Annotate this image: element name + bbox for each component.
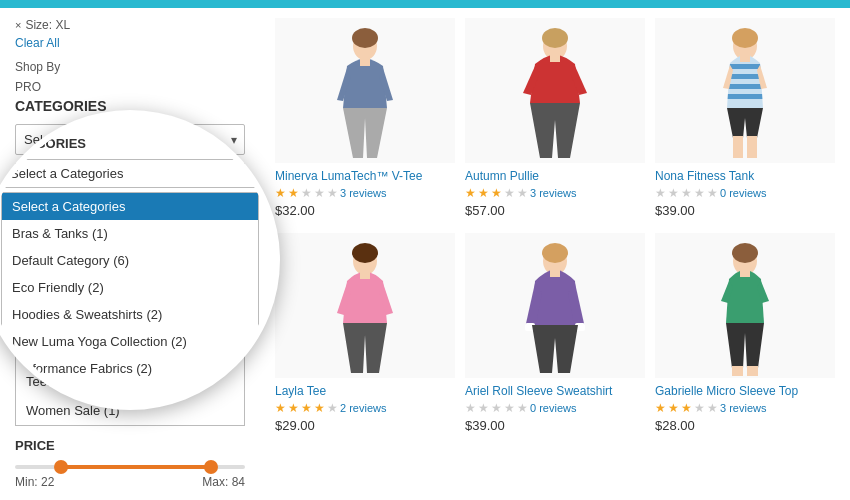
price-max-label: Max: 84 bbox=[202, 475, 245, 489]
price-handle-min[interactable] bbox=[54, 460, 68, 474]
star-rating-nona: ★ ★ ★ ★ ★ 0 reviews bbox=[655, 186, 835, 200]
shop-by-label: Shop By bbox=[15, 60, 245, 74]
product-image-layla bbox=[275, 233, 455, 378]
product-card-minerva: Minerva LumaTech™ V-Tee ★ ★ ★ ★ ★ 3 revi… bbox=[275, 18, 455, 218]
star-3: ★ bbox=[681, 401, 692, 415]
magnifier-chevron-icon: ▾ bbox=[247, 167, 253, 181]
svg-point-7 bbox=[732, 28, 758, 48]
star-4: ★ bbox=[314, 401, 325, 415]
svg-rect-5 bbox=[550, 52, 560, 62]
product-price-ariel: $39.00 bbox=[465, 418, 645, 433]
magnifier-item-yoga[interactable]: New Luma Yoga Collection (2) bbox=[2, 328, 258, 355]
product-name-nona[interactable]: Nona Fitness Tank bbox=[655, 169, 835, 183]
svg-rect-2 bbox=[360, 56, 370, 66]
review-count-nona[interactable]: 0 reviews bbox=[720, 187, 766, 199]
review-count-gabrielle[interactable]: 3 reviews bbox=[720, 402, 766, 414]
product-name-minerva[interactable]: Minerva LumaTech™ V-Tee bbox=[275, 169, 455, 183]
product-row-1: Minerva LumaTech™ V-Tee ★ ★ ★ ★ ★ 3 revi… bbox=[275, 18, 835, 218]
svg-point-19 bbox=[542, 243, 568, 263]
review-count-layla[interactable]: 2 reviews bbox=[340, 402, 386, 414]
magnifier-item-hoodies[interactable]: Hoodies & Sweatshirts (2) bbox=[2, 301, 258, 328]
star-2: ★ bbox=[668, 186, 679, 200]
product-image-gabrielle bbox=[655, 233, 835, 378]
star-rating-gabrielle: ★ ★ ★ ★ ★ 3 reviews bbox=[655, 401, 835, 415]
star-1: ★ bbox=[275, 186, 286, 200]
clear-all-link[interactable]: Clear All bbox=[15, 36, 245, 50]
product-card-gabrielle: Gabrielle Micro Sleeve Top ★ ★ ★ ★ ★ 3 r… bbox=[655, 233, 835, 433]
svg-rect-14 bbox=[740, 52, 750, 62]
svg-point-16 bbox=[352, 243, 378, 263]
star-3: ★ bbox=[301, 401, 312, 415]
product-figure-ariel bbox=[515, 243, 595, 378]
star-rating-ariel: ★ ★ ★ ★ ★ 0 reviews bbox=[465, 401, 645, 415]
product-price-nona: $39.00 bbox=[655, 203, 835, 218]
top-bar bbox=[0, 0, 850, 8]
star-1: ★ bbox=[655, 186, 666, 200]
product-price-layla: $29.00 bbox=[275, 418, 455, 433]
product-image-nona bbox=[655, 18, 835, 163]
price-handle-max[interactable] bbox=[204, 460, 218, 474]
review-count-autumn[interactable]: 3 reviews bbox=[530, 187, 576, 199]
price-range-text: Min: 22 Max: 84 bbox=[15, 475, 245, 489]
product-grid: Minerva LumaTech™ V-Tee ★ ★ ★ ★ ★ 3 revi… bbox=[260, 8, 850, 500]
price-title: PRICE bbox=[15, 438, 245, 453]
star-1: ★ bbox=[465, 401, 476, 415]
star-rating-autumn: ★ ★ ★ ★ ★ 3 reviews bbox=[465, 186, 645, 200]
svg-rect-12 bbox=[733, 136, 743, 158]
svg-rect-26 bbox=[747, 366, 758, 376]
magnifier-dropdown: Select a Categories Bras & Tanks (1) Def… bbox=[1, 192, 259, 404]
product-card-autumn: Autumn Pullie ★ ★ ★ ★ ★ 3 reviews $57.00 bbox=[465, 18, 645, 218]
star-1: ★ bbox=[655, 401, 666, 415]
svg-rect-13 bbox=[747, 136, 757, 158]
price-slider bbox=[15, 465, 245, 469]
magnifier-item-select[interactable]: Select a Categories bbox=[2, 193, 258, 220]
svg-rect-25 bbox=[732, 366, 743, 376]
product-name-ariel[interactable]: Ariel Roll Sleeve Sweatshirt bbox=[465, 384, 645, 398]
product-figure-layla bbox=[325, 243, 405, 378]
magnifier-item-default[interactable]: Default Category (6) bbox=[2, 247, 258, 274]
price-min-label: Min: 22 bbox=[15, 475, 54, 489]
star-5: ★ bbox=[517, 186, 528, 200]
star-4: ★ bbox=[694, 186, 705, 200]
magnifier-select-display: Select a Categories bbox=[1, 159, 259, 188]
star-2: ★ bbox=[288, 401, 299, 415]
product-image-autumn bbox=[465, 18, 645, 163]
star-3: ★ bbox=[491, 401, 502, 415]
product-name-layla[interactable]: Layla Tee bbox=[275, 384, 455, 398]
product-figure-nona bbox=[705, 28, 785, 163]
star-2: ★ bbox=[478, 401, 489, 415]
product-name-autumn[interactable]: Autumn Pullie bbox=[465, 169, 645, 183]
magnifier-item-performance[interactable]: Performance Fabrics (2) bbox=[2, 355, 258, 382]
product-figure-gabrielle bbox=[705, 243, 785, 378]
product-image-minerva bbox=[275, 18, 455, 163]
remove-filter-icon[interactable]: × bbox=[15, 19, 21, 31]
magnifier-item-bras[interactable]: Bras & Tanks (1) bbox=[2, 220, 258, 247]
star-4: ★ bbox=[314, 186, 325, 200]
magnifier-select-wrapper: Select a Categories ▾ bbox=[1, 159, 259, 188]
pro-label: PRO bbox=[15, 80, 245, 94]
star-2: ★ bbox=[288, 186, 299, 200]
star-5: ★ bbox=[517, 401, 528, 415]
svg-point-1 bbox=[352, 28, 378, 48]
svg-rect-22 bbox=[550, 267, 560, 277]
product-price-autumn: $57.00 bbox=[465, 203, 645, 218]
magnifier-item-eco[interactable]: Eco Friendly (2) bbox=[2, 274, 258, 301]
review-count-minerva[interactable]: 3 reviews bbox=[340, 187, 386, 199]
star-rating-layla: ★ ★ ★ ★ ★ 2 reviews bbox=[275, 401, 455, 415]
svg-rect-27 bbox=[740, 267, 750, 277]
filter-tag-label: Size: XL bbox=[25, 18, 70, 32]
product-price-minerva: $32.00 bbox=[275, 203, 455, 218]
svg-rect-17 bbox=[360, 269, 370, 279]
price-section: PRICE Min: 22 Max: 84 bbox=[15, 438, 245, 489]
star-5: ★ bbox=[707, 401, 718, 415]
product-price-gabrielle: $28.00 bbox=[655, 418, 835, 433]
product-card-ariel: Ariel Roll Sleeve Sweatshirt ★ ★ ★ ★ ★ 0… bbox=[465, 233, 645, 433]
star-2: ★ bbox=[668, 401, 679, 415]
star-5: ★ bbox=[327, 186, 338, 200]
star-4: ★ bbox=[504, 401, 515, 415]
product-name-gabrielle[interactable]: Gabrielle Micro Sleeve Top bbox=[655, 384, 835, 398]
review-count-ariel[interactable]: 0 reviews bbox=[530, 402, 576, 414]
star-5: ★ bbox=[707, 186, 718, 200]
star-rating-minerva: ★ ★ ★ ★ ★ 3 reviews bbox=[275, 186, 455, 200]
price-slider-fill bbox=[61, 465, 211, 469]
